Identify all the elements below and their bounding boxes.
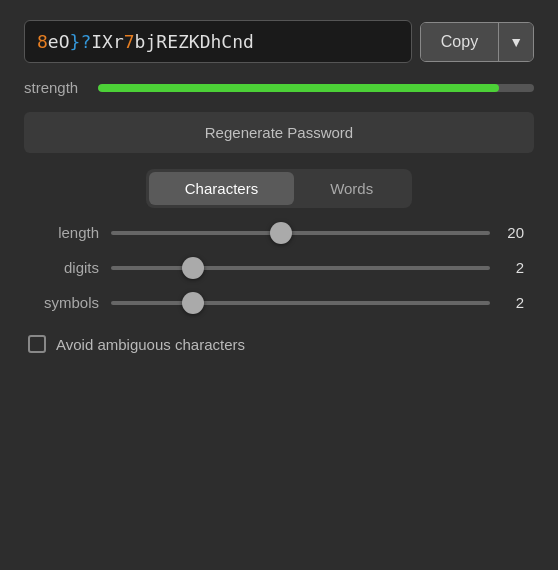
pw-char-17: C — [221, 31, 232, 52]
pw-char-12: E — [167, 31, 178, 52]
digits-slider[interactable] — [111, 266, 490, 270]
pw-char-11: R — [156, 31, 167, 52]
tab-words[interactable]: Words — [294, 172, 409, 205]
tab-characters[interactable]: Characters — [149, 172, 294, 205]
password-row: 8eO}?IXr7bjREZKDhCnd Copy ▼ — [24, 20, 534, 63]
strength-label: strength — [24, 79, 84, 96]
main-container: 8eO}?IXr7bjREZKDhCnd Copy ▼ strength Reg… — [0, 0, 558, 373]
avoid-ambiguous-checkbox[interactable] — [28, 335, 46, 353]
strength-row: strength — [24, 79, 534, 96]
strength-bar-background — [98, 84, 534, 92]
sliders-section: length 20 digits 2 symbols 2 — [24, 224, 534, 311]
length-value: 20 — [502, 224, 524, 241]
pw-char-5: I — [91, 31, 102, 52]
avoid-ambiguous-label: Avoid ambiguous characters — [56, 336, 245, 353]
pw-char-10: j — [145, 31, 156, 52]
regenerate-button[interactable]: Regenerate Password — [24, 112, 534, 153]
pw-char-2: O — [59, 31, 70, 52]
pw-char-13: Z — [178, 31, 189, 52]
symbols-slider-row: symbols 2 — [34, 294, 524, 311]
pw-char-9: b — [135, 31, 146, 52]
chevron-down-icon: ▼ — [509, 34, 523, 50]
length-slider[interactable] — [111, 231, 490, 235]
pw-char-15: D — [200, 31, 211, 52]
digits-slider-row: digits 2 — [34, 259, 524, 276]
pw-char-14: K — [189, 31, 200, 52]
pw-char-8: 7 — [124, 31, 135, 52]
pw-char-6: X — [102, 31, 113, 52]
tab-row: Characters Words — [146, 169, 412, 208]
copy-button[interactable]: Copy — [421, 23, 498, 61]
pw-char-16: h — [211, 31, 222, 52]
symbols-label: symbols — [34, 294, 99, 311]
pw-char-7: r — [113, 31, 124, 52]
symbols-slider[interactable] — [111, 301, 490, 305]
length-label: length — [34, 224, 99, 241]
copy-dropdown-button[interactable]: ▼ — [498, 23, 533, 61]
strength-bar-fill — [98, 84, 499, 92]
avoid-ambiguous-row: Avoid ambiguous characters — [24, 327, 534, 353]
pw-char-0: 8 — [37, 31, 48, 52]
length-slider-row: length 20 — [34, 224, 524, 241]
pw-char-4: ? — [80, 31, 91, 52]
pw-char-19: d — [243, 31, 254, 52]
pw-char-18: n — [232, 31, 243, 52]
symbols-value: 2 — [502, 294, 524, 311]
password-display[interactable]: 8eO}?IXr7bjREZKDhCnd — [24, 20, 412, 63]
copy-button-group: Copy ▼ — [420, 22, 534, 62]
pw-char-3: } — [70, 31, 81, 52]
pw-char-1: e — [48, 31, 59, 52]
digits-value: 2 — [502, 259, 524, 276]
digits-label: digits — [34, 259, 99, 276]
